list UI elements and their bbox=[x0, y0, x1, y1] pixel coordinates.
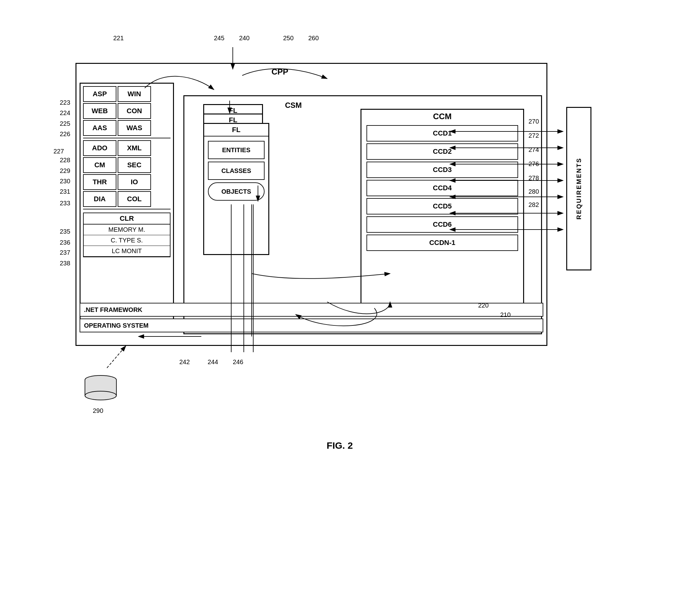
ccdn1-box: CCDN-1 bbox=[366, 235, 518, 251]
ccd5-box: CCD5 bbox=[366, 198, 518, 214]
ccd4-box: CCD4 bbox=[366, 180, 518, 196]
ref-236: 236 bbox=[60, 239, 70, 246]
ref-227: 227 bbox=[53, 148, 64, 155]
win-box: WIN bbox=[118, 86, 151, 102]
ref-230: 230 bbox=[60, 177, 70, 185]
row-aas-was: AAS WAS bbox=[83, 120, 170, 136]
box-ccm: CCM CCD1 CCD2 CCD3 CCD4 CCD5 CCD6 CCDN-1 bbox=[361, 109, 524, 310]
box-210: CPP CSM CCM CCD1 CCD2 CCD3 CCD4 CCD5 CCD… bbox=[75, 63, 547, 346]
svg-line-11 bbox=[107, 346, 126, 368]
ref-260: 260 bbox=[308, 34, 319, 42]
con-box: CON bbox=[118, 103, 151, 119]
ref-233: 233 bbox=[60, 200, 70, 207]
memory-m: MEMORY M. bbox=[84, 224, 170, 235]
fl-title: FL bbox=[204, 124, 268, 137]
csm-label: CSM bbox=[285, 101, 302, 110]
ref-226: 226 bbox=[60, 131, 70, 138]
box-221: ASP WIN WEB CON AAS WAS ADO XML CM bbox=[79, 83, 174, 331]
ref-221: 221 bbox=[113, 34, 123, 42]
row-dia-col: DIA COL bbox=[83, 191, 170, 207]
fig-caption: FIG. 2 bbox=[326, 440, 353, 451]
ref-228: 228 bbox=[60, 157, 70, 164]
ref-225: 225 bbox=[60, 120, 70, 127]
os-bar: OPERATING SYSTEM bbox=[79, 318, 543, 332]
row-ado-xml: ADO XML bbox=[83, 140, 170, 156]
ref-238: 238 bbox=[60, 260, 70, 267]
ref-282: 282 bbox=[528, 201, 539, 209]
web-box: WEB bbox=[83, 103, 116, 119]
objects-box: OBJECTS bbox=[208, 182, 265, 200]
col-box: COL bbox=[118, 191, 151, 207]
ado-box: ADO bbox=[83, 140, 116, 156]
ref-244: 244 bbox=[208, 358, 218, 366]
ref-224: 224 bbox=[60, 110, 70, 117]
ref-231: 231 bbox=[60, 188, 70, 195]
ccd1-box: CCD1 bbox=[366, 125, 518, 142]
database-symbol bbox=[82, 374, 119, 404]
lc-monit: LC MONIT bbox=[84, 246, 170, 257]
cpp-label: CPP bbox=[271, 67, 288, 77]
cm-box: CM bbox=[83, 157, 116, 173]
ref-290: 290 bbox=[93, 407, 103, 414]
io-box: IO bbox=[118, 174, 151, 190]
svg-point-17 bbox=[85, 391, 116, 400]
ref-235: 235 bbox=[60, 228, 70, 235]
ref-280: 280 bbox=[528, 188, 539, 195]
requirements-box: REQUIREMENTS bbox=[566, 107, 591, 270]
xml-box: XML bbox=[118, 140, 151, 156]
ref-250: 250 bbox=[283, 34, 294, 42]
ccd6-box: CCD6 bbox=[366, 216, 518, 233]
ref-240: 240 bbox=[239, 34, 249, 42]
was-box: WAS bbox=[118, 120, 151, 136]
ref-246: 246 bbox=[233, 358, 243, 366]
ref-210: 210 bbox=[500, 311, 510, 318]
ccd2-box: CCD2 bbox=[366, 143, 518, 160]
aas-box: AAS bbox=[83, 120, 116, 136]
diagram-container: 221 245 240 250 260 CPP CSM CCM CCD1 CCD… bbox=[44, 38, 635, 556]
ref-223: 223 bbox=[60, 99, 70, 106]
row-web-con: WEB CON bbox=[83, 103, 170, 119]
ref-245: 245 bbox=[214, 34, 224, 42]
c-type-s: C. TYPE S. bbox=[84, 235, 170, 246]
ref-278: 278 bbox=[528, 174, 539, 182]
box-220: CSM CCM CCD1 CCD2 CCD3 CCD4 CCD5 CCD6 CC… bbox=[183, 95, 542, 334]
ref-237: 237 bbox=[60, 249, 70, 256]
asp-box: ASP bbox=[83, 86, 116, 102]
thr-box: THR bbox=[83, 174, 116, 190]
net-framework-bar: .NET FRAMEWORK bbox=[79, 303, 543, 317]
clr-section: CLR MEMORY M. C. TYPE S. LC MONIT bbox=[83, 213, 170, 257]
row-asp-win: ASP WIN bbox=[83, 86, 170, 102]
ccd3-box: CCD3 bbox=[366, 162, 518, 178]
clr-title: CLR bbox=[84, 213, 170, 224]
ref-274: 274 bbox=[528, 146, 539, 153]
row-thr-io: THR IO bbox=[83, 174, 170, 190]
row-cm-sec: CM SEC bbox=[83, 157, 170, 173]
dia-box: DIA bbox=[83, 191, 116, 207]
ref-242: 242 bbox=[179, 358, 190, 366]
entities-box: ENTITIES bbox=[208, 141, 265, 159]
ref-220: 220 bbox=[478, 302, 488, 309]
fl-main-box: FL ENTITIES CLASSES OBJECTS bbox=[203, 123, 269, 255]
sec-box: SEC bbox=[118, 157, 151, 173]
classes-box: CLASSES bbox=[208, 162, 265, 180]
ref-272: 272 bbox=[528, 132, 539, 139]
ref-270: 270 bbox=[528, 118, 539, 125]
requirements-text: REQUIREMENTS bbox=[575, 158, 583, 219]
ref-276: 276 bbox=[528, 160, 539, 168]
ref-229: 229 bbox=[60, 167, 70, 174]
ccm-title: CCM bbox=[361, 112, 523, 121]
